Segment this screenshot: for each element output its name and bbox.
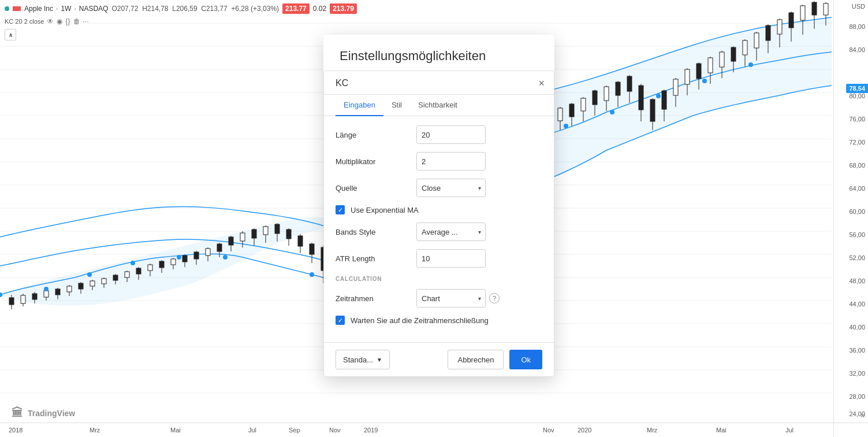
modal-overlay: Einstellungsmöglichkeiten KC × Eingaben … (0, 0, 868, 437)
calculation-section: CALCULATION (336, 276, 542, 282)
bands-style-row: Bands Style Average ... True Range Custo… (336, 223, 542, 241)
footer-right: Abbrechen Ok (448, 350, 542, 369)
zeitrahmen-row: Zeitrahmen Chart 1D 1W 1M ▾ ? (336, 289, 542, 308)
preset-label: Standa... (343, 355, 373, 364)
use-exp-ma-label: Use Exponential MA (351, 206, 419, 214)
multiplikator-row: Multiplikator (336, 152, 542, 171)
dialog-tabs: Eingaben Stil Sichtbarkeit (324, 95, 554, 116)
dialog-footer: Standa... ▼ Abbrechen Ok (324, 342, 554, 376)
laenge-input[interactable] (416, 125, 486, 144)
warten-checkbox[interactable]: ✓ (336, 316, 345, 325)
laenge-row: Länge (336, 125, 542, 144)
use-exp-ma-checkbox[interactable]: ✓ (336, 205, 345, 214)
bands-style-wrapper: Average ... True Range Custom ▾ (416, 223, 486, 241)
bands-style-select[interactable]: Average ... True Range Custom (416, 223, 486, 241)
preset-arrow: ▼ (377, 357, 382, 363)
warten-row: ✓ Warten Sie auf die Zeitrahmenschließun… (336, 316, 542, 325)
use-exp-ma-row: ✓ Use Exponential MA (336, 205, 542, 214)
atr-length-input[interactable] (416, 249, 486, 268)
help-icon[interactable]: ? (489, 293, 500, 303)
warten-label: Warten Sie auf die Zeitrahmenschließung (351, 316, 489, 325)
atr-length-label: ATR Length (336, 254, 416, 263)
tab-eingaben[interactable]: Eingaben (336, 95, 383, 116)
bands-style-label: Bands Style (336, 228, 416, 236)
zeitrahmen-label: Zeitrahmen (336, 294, 416, 303)
quelle-select-wrapper: Close Open High Low ▾ (416, 179, 486, 197)
tab-stil[interactable]: Stil (383, 95, 410, 116)
dialog-inner: KC × Eingaben Stil Sichtbarkeit Länge Mu… (323, 71, 554, 377)
dialog-body: Länge Multiplikator Quelle Close Open (324, 116, 554, 342)
dialog-outer-title: Einstellungsmöglichkeiten (323, 35, 554, 71)
dialog-inner-header: KC × (324, 71, 554, 95)
tab-sichtbarkeit[interactable]: Sichtbarkeit (410, 95, 465, 116)
multiplikator-label: Multiplikator (336, 157, 416, 166)
quelle-label: Quelle (336, 184, 416, 192)
ok-button[interactable]: Ok (509, 350, 542, 369)
multiplikator-input[interactable] (416, 152, 486, 171)
dialog-inner-title: KC (336, 78, 542, 94)
zeitrahmen-select[interactable]: Chart 1D 1W 1M (416, 289, 486, 308)
laenge-label: Länge (336, 131, 416, 139)
checkbox-check-icon: ✓ (338, 206, 343, 214)
warten-check-icon: ✓ (338, 317, 343, 324)
dialog-close-button[interactable]: × (538, 78, 545, 88)
atr-length-row: ATR Length (336, 249, 542, 268)
quelle-select[interactable]: Close Open High Low (416, 179, 486, 197)
settings-dialog: Einstellungsmöglichkeiten KC × Eingaben … (323, 35, 554, 377)
cancel-button[interactable]: Abbrechen (448, 350, 504, 369)
zeitrahmen-select-wrapper: Chart 1D 1W 1M ▾ (416, 289, 486, 308)
preset-button[interactable]: Standa... ▼ (336, 350, 390, 369)
quelle-row: Quelle Close Open High Low ▾ (336, 179, 542, 197)
